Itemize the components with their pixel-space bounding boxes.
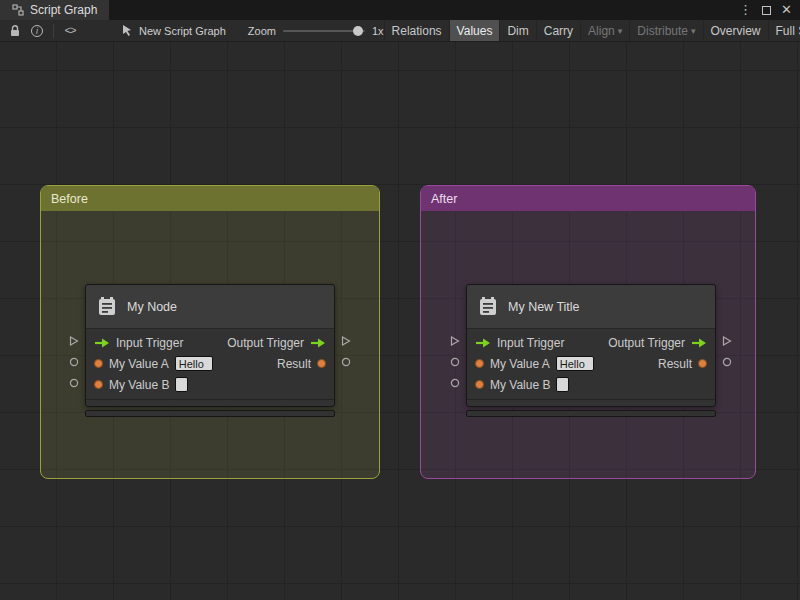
port-label: Input Trigger [497,336,564,350]
toolbar-button-align[interactable]: Align ▾ [580,20,629,42]
external-value-b-port[interactable] [450,378,460,388]
close-icon[interactable]: ✕ [781,0,792,20]
graph-breadcrumb[interactable]: New Script Graph [121,24,226,37]
external-trigger-out-port[interactable] [722,336,732,346]
toolbar-button-distribute[interactable]: Distribute ▾ [629,20,702,42]
external-trigger-in-port[interactable] [450,336,460,346]
value-port-icon[interactable] [475,380,484,389]
value-port-icon[interactable] [475,359,484,368]
value-b-input[interactable] [175,377,188,392]
group-before-header[interactable]: Before [41,186,379,211]
graph-canvas[interactable]: Before After My Node [0,42,800,600]
toolbar-button-overview[interactable]: Overview [703,20,768,42]
port-label: My Value B [109,378,169,392]
port-label: Result [277,357,311,371]
external-result-port[interactable] [341,357,351,367]
value-port-icon[interactable] [94,380,103,389]
chevron-down-icon: ▾ [691,26,696,36]
script-node-icon [96,296,118,318]
port-label: My Value A [109,357,169,371]
zoom-slider[interactable] [283,30,365,32]
graph-name-label: New Script Graph [139,25,226,37]
port-label: Output Trigger [227,336,304,350]
trigger-in-icon[interactable] [94,338,110,348]
node-footer [86,399,334,406]
node-header[interactable]: My New Title [467,285,715,329]
node-footer [467,399,715,406]
external-trigger-in-port[interactable] [69,336,79,346]
zoom-value: 1x [372,25,384,37]
code-view-icon[interactable]: <> [59,20,81,42]
external-value-b-port[interactable] [69,378,79,388]
toolbar-button-fullscreen[interactable]: Full Scr [768,20,800,42]
toolbar-separator [53,24,54,38]
value-port-icon[interactable] [94,359,103,368]
value-b-input[interactable] [556,377,569,392]
tab-script-graph[interactable]: Script Graph [0,0,109,20]
result-port-icon[interactable] [698,359,707,368]
node-my-new-title[interactable]: My New Title Input Trigger Output Trigge… [466,284,716,417]
external-value-a-port[interactable] [450,357,460,367]
toolbar-button-values[interactable]: Values [449,20,500,42]
port-label: Input Trigger [116,336,183,350]
port-label: Result [658,357,692,371]
node-title: My Node [127,300,177,314]
node-my-node[interactable]: My Node Input Trigger Output Trigger [85,284,335,417]
node-bottom-bar [466,410,716,417]
node-title: My New Title [508,300,580,314]
maximize-icon[interactable] [762,6,771,15]
lock-icon[interactable] [4,20,26,42]
group-after-header[interactable]: After [421,186,755,211]
graph-toolbar: i <> New Script Graph Zoom 1x Relations … [0,20,800,42]
external-result-port[interactable] [722,357,732,367]
info-icon[interactable]: i [26,20,48,42]
kebab-menu-icon[interactable]: ⋮ [739,0,752,20]
tab-label: Script Graph [30,3,97,17]
trigger-in-icon[interactable] [475,338,491,348]
group-title: Before [51,192,88,206]
graph-pointer-icon [121,24,133,37]
zoom-label: Zoom [248,25,276,37]
window-tab-bar: Script Graph ⋮ ✕ [0,0,800,20]
script-graph-tab-icon [12,4,24,16]
port-label: My Value A [490,357,550,371]
toolbar-button-relations[interactable]: Relations [384,20,449,42]
trigger-out-icon[interactable] [691,338,707,348]
toolbar-button-carry[interactable]: Carry [536,20,580,42]
node-header[interactable]: My Node [86,285,334,329]
toolbar-button-group: Relations Values Dim Carry Align ▾ Distr… [384,20,800,42]
script-node-icon [477,296,499,318]
trigger-out-icon[interactable] [310,338,326,348]
result-port-icon[interactable] [317,359,326,368]
value-a-input[interactable] [556,356,594,371]
value-a-input[interactable] [175,356,213,371]
external-trigger-out-port[interactable] [341,336,351,346]
zoom-slider-handle[interactable] [353,26,363,36]
external-value-a-port[interactable] [69,357,79,367]
port-label: Output Trigger [608,336,685,350]
group-title: After [431,192,457,206]
toolbar-button-dim[interactable]: Dim [499,20,535,42]
node-bottom-bar [85,410,335,417]
port-label: My Value B [490,378,550,392]
chevron-down-icon: ▾ [618,26,623,36]
